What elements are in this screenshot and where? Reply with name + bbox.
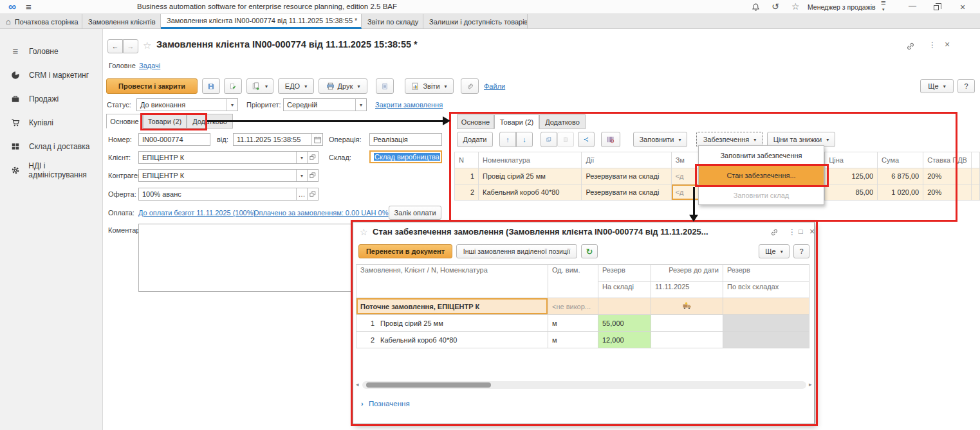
maximize-window-icon[interactable]: □ [799,228,803,235]
payment-paid-link[interactable]: Оплачено за замовленням: 0.00 UAH 0% [254,209,389,217]
view-settings-icon[interactable]: ≡▾ [881,1,886,12]
favorite-star-icon[interactable]: ☆ [360,227,368,237]
menu-item-supply-state[interactable]: Стан забезпечення... [699,165,824,186]
history-icon[interactable]: ↺ [772,2,779,11]
sidebar-item-nsi-administration[interactable]: НДІ і адміністрування [0,158,102,182]
get-link-icon[interactable] [770,228,779,237]
restore-window-icon[interactable] [934,4,939,12]
tab-warehouse-reports[interactable]: Звіти по складу × [362,14,423,29]
favorites-star-icon[interactable]: ☆ [791,2,800,11]
help-button[interactable]: ? [793,244,809,258]
copy-rows-button[interactable] [541,132,557,147]
save-button[interactable] [202,78,220,94]
post-and-close-button[interactable]: Провести і закрити [106,78,198,94]
dropdown-arrow-icon[interactable]: ▾ [296,170,307,181]
more-actions-kebab-icon[interactable]: ⋮ [929,40,936,49]
scroll-right-icon[interactable]: ▸ [809,381,812,388]
more-button[interactable]: Ще▾ [920,79,954,93]
menu-item-fill-warehouse[interactable]: Заповнити склад [699,186,824,204]
tab-home-page[interactable]: ⌂ Початкова сторінка [0,14,82,29]
reports-button[interactable]: Звіти▾ [405,78,454,94]
dropdown-arrow-icon[interactable]: ▾ [355,99,366,111]
open-item-icon[interactable] [307,170,318,181]
help-button[interactable]: ? [957,79,975,93]
subtab-tasks[interactable]: Задачі [139,62,160,69]
main-menu-icon[interactable]: ≡ [26,2,32,12]
supply-dropdown-menu: Заповнити забезпечення Стан забезпечення… [698,145,824,205]
back-button[interactable]: ← [107,39,123,53]
form-tab-goods[interactable]: Товари (2) [143,114,187,129]
edo-button[interactable]: ЕДО▾ [278,78,314,94]
post-document-button[interactable] [224,78,242,94]
close-window-icon[interactable]: × [809,226,815,237]
more-button[interactable]: Ще▾ [759,244,790,258]
goods-panel-tab-main[interactable]: Основне [457,114,494,129]
print-button[interactable]: Друк▾ [319,78,367,94]
refresh-button[interactable]: ↻ [581,244,598,258]
close-window-icon[interactable]: × [960,2,965,12]
close-order-link[interactable]: Закрити замовлення [375,101,443,109]
home-icon: ⌂ [6,17,11,26]
notifications-bell-icon[interactable] [752,3,760,12]
operation-input[interactable]: Реалізація [369,133,442,146]
legend-expander-link[interactable]: Позначення [369,400,410,408]
tab-client-order-document[interactable]: Замовлення клієнта IN00-000774 від 11.11… [161,14,362,29]
payment-terms-link[interactable]: До оплати безгот 11.11.2025 (100%) [138,209,255,217]
files-link[interactable]: Файли [484,82,505,90]
fill-menu-button[interactable]: Заповнити▾ [633,132,687,147]
open-item-icon[interactable] [307,152,318,163]
sidebar-item-crm-marketing[interactable]: CRM і маркетинг [0,63,102,87]
get-link-icon[interactable] [906,42,915,51]
share-rows-button[interactable] [578,132,595,147]
number-input[interactable]: IN00-000774 [138,133,210,146]
sidebar-item-warehouse-delivery[interactable]: Склад і доставка [0,134,102,158]
form-tab-main[interactable]: Основне [106,114,143,129]
goods-panel-tab-goods[interactable]: Товари (2) [494,114,539,129]
warehouse-input[interactable]: Склад виробництва [369,150,442,163]
goods-panel-tab-extra[interactable]: Додатково [539,114,586,129]
paste-rows-button[interactable] [557,132,574,147]
priority-select[interactable]: Середній ▾ [283,98,367,111]
supply-table-row[interactable]: 1Провід сірий 25 мм м 55,000 [356,315,809,332]
other-orders-button[interactable]: Інші замовлення виділеної позиції [456,244,577,258]
calculator-button[interactable] [376,78,394,94]
chevron-right-icon[interactable]: › [361,400,364,408]
offer-input[interactable]: 100% аванс … [138,188,319,201]
sidebar-item-sales[interactable]: Продажі [0,87,102,111]
subtab-main[interactable]: Головне [109,62,136,69]
scroll-left-icon[interactable]: ◂ [356,381,359,388]
client-input[interactable]: ЕПІЦЕНТР К ▾ [138,151,319,164]
open-item-icon[interactable] [307,188,318,200]
barcode-scan-button[interactable] [601,132,620,147]
sidebar-item-main[interactable]: ≡ Головне [0,39,102,63]
add-row-button[interactable]: Додати [457,132,493,147]
user-role-label[interactable]: Менеджер з продажів [808,3,876,11]
scrollbar-thumb[interactable] [366,382,491,388]
forward-button[interactable]: → [123,39,138,53]
report-icon [411,82,420,91]
tab-client-orders[interactable]: Замовлення клієнтів × [82,14,161,29]
move-row-down-button[interactable]: ↓ [516,132,533,147]
status-select[interactable]: До виконання ▾ [136,98,238,111]
create-based-on-button[interactable]: ▾ [246,78,273,94]
menu-item-fill-supply[interactable]: Заповнити забезпечення [699,146,824,165]
contractor-input[interactable]: ЕПІЦЕНТР К ▾ [138,169,319,182]
tab-goods-availability[interactable]: Залишки і доступність товарів × [423,14,528,29]
payment-offset-button[interactable]: Залік оплати [389,206,441,220]
supply-table-group-row[interactable]: Поточне замовлення, ЕПІЦЕНТР К <не викор… [356,298,809,315]
favorite-star-icon[interactable]: ☆ [143,40,151,51]
close-form-icon[interactable]: × [945,39,950,49]
move-row-up-button[interactable]: ↑ [499,132,516,147]
supply-table-row[interactable]: 2Кабельний короб 40*80 м 12,000 [356,332,809,348]
calendar-icon[interactable] [311,134,322,145]
attachments-button[interactable] [461,78,479,94]
horizontal-scrollbar[interactable] [362,381,806,389]
choose-ellipsis-icon[interactable]: … [296,188,307,200]
date-input[interactable]: 11.11.2025 15:38:55 [233,133,323,146]
sidebar-item-purchases[interactable]: Купівлі [0,111,102,134]
minimize-window-icon[interactable]: — [909,1,916,10]
transfer-to-document-button[interactable]: Перенести в документ [358,244,452,258]
dropdown-arrow-icon[interactable]: ▾ [227,99,237,111]
dropdown-arrow-icon[interactable]: ▾ [296,152,307,163]
more-actions-kebab-icon[interactable]: ⋮ [788,228,796,237]
